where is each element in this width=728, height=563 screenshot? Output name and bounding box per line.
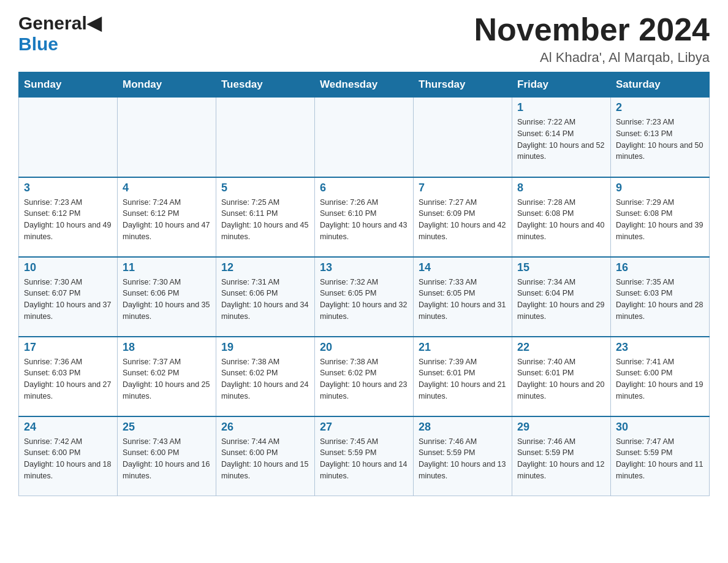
day-info: Sunrise: 7:30 AMSunset: 6:06 PMDaylight:…: [123, 277, 211, 323]
day-of-week-header: Wednesday: [315, 72, 414, 98]
calendar-day-cell: 1Sunrise: 7:22 AMSunset: 6:14 PMDaylight…: [512, 98, 611, 177]
calendar-day-cell: 8Sunrise: 7:28 AMSunset: 6:08 PMDaylight…: [512, 177, 611, 257]
calendar-day-cell: 27Sunrise: 7:45 AMSunset: 5:59 PMDayligh…: [315, 416, 414, 496]
calendar-week-row: 10Sunrise: 7:30 AMSunset: 6:07 PMDayligh…: [19, 257, 710, 337]
title-section: November 2024 Al Khadra', Al Marqab, Lib…: [474, 12, 710, 66]
day-info: Sunrise: 7:23 AMSunset: 6:12 PMDaylight:…: [24, 197, 112, 243]
day-number: 7: [419, 182, 507, 194]
calendar-day-cell: 20Sunrise: 7:38 AMSunset: 6:02 PMDayligh…: [315, 337, 414, 416]
calendar-day-cell: 23Sunrise: 7:41 AMSunset: 6:00 PMDayligh…: [611, 337, 710, 416]
day-info: Sunrise: 7:38 AMSunset: 6:02 PMDaylight:…: [221, 356, 309, 402]
day-info: Sunrise: 7:30 AMSunset: 6:07 PMDaylight:…: [24, 277, 112, 323]
day-number: 1: [517, 101, 605, 114]
day-info: Sunrise: 7:40 AMSunset: 6:01 PMDaylight:…: [517, 356, 605, 402]
calendar-week-row: 3Sunrise: 7:23 AMSunset: 6:12 PMDaylight…: [19, 177, 710, 257]
day-info: Sunrise: 7:46 AMSunset: 5:59 PMDaylight:…: [419, 436, 507, 482]
day-number: 12: [221, 261, 309, 274]
day-info: Sunrise: 7:25 AMSunset: 6:11 PMDaylight:…: [221, 197, 309, 243]
day-number: 6: [320, 182, 408, 194]
calendar-day-cell: 15Sunrise: 7:34 AMSunset: 6:04 PMDayligh…: [512, 257, 611, 337]
calendar-day-cell: [118, 98, 216, 177]
day-number: 10: [24, 261, 112, 274]
day-info: Sunrise: 7:35 AMSunset: 6:03 PMDaylight:…: [616, 277, 704, 323]
day-number: 4: [123, 182, 211, 194]
calendar-day-cell: 9Sunrise: 7:29 AMSunset: 6:08 PMDaylight…: [611, 177, 710, 257]
day-number: 29: [517, 421, 605, 434]
calendar-day-cell: [19, 98, 118, 177]
day-of-week-header: Sunday: [19, 72, 118, 98]
day-number: 3: [24, 182, 112, 194]
day-info: Sunrise: 7:37 AMSunset: 6:02 PMDaylight:…: [123, 356, 211, 402]
day-info: Sunrise: 7:42 AMSunset: 6:00 PMDaylight:…: [24, 436, 112, 482]
calendar-day-cell: 14Sunrise: 7:33 AMSunset: 6:05 PMDayligh…: [414, 257, 512, 337]
day-info: Sunrise: 7:34 AMSunset: 6:04 PMDaylight:…: [517, 277, 605, 323]
calendar-day-cell: 12Sunrise: 7:31 AMSunset: 6:06 PMDayligh…: [216, 257, 315, 337]
day-info: Sunrise: 7:28 AMSunset: 6:08 PMDaylight:…: [517, 197, 605, 243]
calendar-day-cell: 19Sunrise: 7:38 AMSunset: 6:02 PMDayligh…: [216, 337, 315, 416]
calendar-day-cell: 2Sunrise: 7:23 AMSunset: 6:13 PMDaylight…: [611, 98, 710, 177]
day-number: 27: [320, 421, 408, 434]
calendar-day-cell: 28Sunrise: 7:46 AMSunset: 5:59 PMDayligh…: [414, 416, 512, 496]
day-info: Sunrise: 7:26 AMSunset: 6:10 PMDaylight:…: [320, 197, 408, 243]
day-info: Sunrise: 7:46 AMSunset: 5:59 PMDaylight:…: [517, 436, 605, 482]
calendar-week-row: 17Sunrise: 7:36 AMSunset: 6:03 PMDayligh…: [19, 337, 710, 416]
day-info: Sunrise: 7:33 AMSunset: 6:05 PMDaylight:…: [419, 277, 507, 323]
calendar-day-cell: 5Sunrise: 7:25 AMSunset: 6:11 PMDaylight…: [216, 177, 315, 257]
calendar-subtitle: Al Khadra', Al Marqab, Libya: [474, 50, 710, 66]
calendar-day-cell: [315, 98, 414, 177]
calendar-day-cell: 18Sunrise: 7:37 AMSunset: 6:02 PMDayligh…: [118, 337, 216, 416]
calendar-title: November 2024: [474, 12, 710, 47]
day-info: Sunrise: 7:39 AMSunset: 6:01 PMDaylight:…: [419, 356, 507, 402]
day-of-week-header: Saturday: [611, 72, 710, 98]
logo-blue-row: Blue: [18, 34, 58, 55]
day-number: 16: [616, 261, 704, 274]
calendar-day-cell: 6Sunrise: 7:26 AMSunset: 6:10 PMDaylight…: [315, 177, 414, 257]
calendar-day-cell: 11Sunrise: 7:30 AMSunset: 6:06 PMDayligh…: [118, 257, 216, 337]
day-info: Sunrise: 7:47 AMSunset: 5:59 PMDaylight:…: [616, 436, 704, 482]
day-info: Sunrise: 7:23 AMSunset: 6:13 PMDaylight:…: [616, 117, 704, 163]
day-of-week-header: Friday: [512, 72, 611, 98]
calendar-day-cell: [414, 98, 512, 177]
calendar-day-cell: 22Sunrise: 7:40 AMSunset: 6:01 PMDayligh…: [512, 337, 611, 416]
day-number: 24: [24, 421, 112, 434]
calendar-day-cell: 25Sunrise: 7:43 AMSunset: 6:00 PMDayligh…: [118, 416, 216, 496]
calendar-day-cell: 17Sunrise: 7:36 AMSunset: 6:03 PMDayligh…: [19, 337, 118, 416]
day-of-week-header: Tuesday: [216, 72, 315, 98]
day-number: 2: [616, 101, 704, 114]
day-number: 18: [123, 341, 211, 354]
logo-general-text: General◀: [18, 12, 101, 34]
day-of-week-header: Thursday: [414, 72, 512, 98]
calendar-day-cell: 29Sunrise: 7:46 AMSunset: 5:59 PMDayligh…: [512, 416, 611, 496]
day-number: 23: [616, 341, 704, 354]
calendar-day-cell: 24Sunrise: 7:42 AMSunset: 6:00 PMDayligh…: [19, 416, 118, 496]
day-info: Sunrise: 7:29 AMSunset: 6:08 PMDaylight:…: [616, 197, 704, 243]
day-of-week-header: Monday: [118, 72, 216, 98]
calendar-day-cell: [216, 98, 315, 177]
day-info: Sunrise: 7:43 AMSunset: 6:00 PMDaylight:…: [123, 436, 211, 482]
day-info: Sunrise: 7:22 AMSunset: 6:14 PMDaylight:…: [517, 117, 605, 163]
day-number: 17: [24, 341, 112, 354]
day-info: Sunrise: 7:31 AMSunset: 6:06 PMDaylight:…: [221, 277, 309, 323]
day-info: Sunrise: 7:45 AMSunset: 5:59 PMDaylight:…: [320, 436, 408, 482]
calendar-day-cell: 4Sunrise: 7:24 AMSunset: 6:12 PMDaylight…: [118, 177, 216, 257]
calendar-day-cell: 30Sunrise: 7:47 AMSunset: 5:59 PMDayligh…: [611, 416, 710, 496]
day-number: 5: [221, 182, 309, 194]
day-number: 28: [419, 421, 507, 434]
day-number: 15: [517, 261, 605, 274]
day-number: 13: [320, 261, 408, 274]
calendar-day-cell: 10Sunrise: 7:30 AMSunset: 6:07 PMDayligh…: [19, 257, 118, 337]
day-number: 22: [517, 341, 605, 354]
calendar-day-cell: 21Sunrise: 7:39 AMSunset: 6:01 PMDayligh…: [414, 337, 512, 416]
day-number: 8: [517, 182, 605, 194]
calendar-table: SundayMondayTuesdayWednesdayThursdayFrid…: [18, 72, 710, 496]
calendar-header-row: SundayMondayTuesdayWednesdayThursdayFrid…: [19, 72, 710, 98]
day-number: 19: [221, 341, 309, 354]
day-info: Sunrise: 7:36 AMSunset: 6:03 PMDaylight:…: [24, 356, 112, 402]
calendar-day-cell: 26Sunrise: 7:44 AMSunset: 6:00 PMDayligh…: [216, 416, 315, 496]
calendar-day-cell: 3Sunrise: 7:23 AMSunset: 6:12 PMDaylight…: [19, 177, 118, 257]
calendar-day-cell: 13Sunrise: 7:32 AMSunset: 6:05 PMDayligh…: [315, 257, 414, 337]
calendar-day-cell: 16Sunrise: 7:35 AMSunset: 6:03 PMDayligh…: [611, 257, 710, 337]
day-number: 30: [616, 421, 704, 434]
day-info: Sunrise: 7:24 AMSunset: 6:12 PMDaylight:…: [123, 197, 211, 243]
day-info: Sunrise: 7:38 AMSunset: 6:02 PMDaylight:…: [320, 356, 408, 402]
